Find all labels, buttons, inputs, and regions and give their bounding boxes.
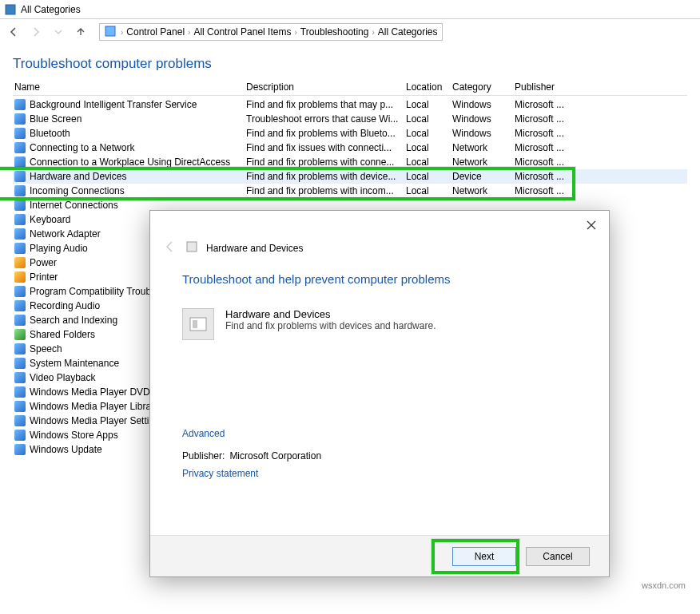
close-button[interactable] — [580, 217, 603, 233]
window-titlebar: All Categories — [0, 0, 700, 19]
troubleshooter-item-icon — [14, 185, 26, 196]
item-desc: Troubleshoot errors that cause Wi... — [245, 113, 404, 125]
item-name: Windows Store Apps — [30, 430, 118, 441]
dialog-heading: Troubleshoot and help prevent computer p… — [182, 272, 577, 286]
item-pub: Microsoft ... — [513, 99, 575, 110]
item-name: Connecting to a Network — [30, 142, 134, 153]
dialog-header-title: Hardware and Devices — [206, 243, 303, 254]
item-pub: Microsoft ... — [513, 142, 575, 153]
troubleshooter-item-icon — [14, 200, 26, 211]
col-loc[interactable]: Location — [404, 81, 451, 93]
col-name[interactable]: Name — [13, 81, 245, 93]
troubleshooter-item-icon — [14, 329, 26, 340]
troubleshooter-item-icon — [14, 243, 26, 254]
item-name: Blue Screen — [30, 113, 82, 125]
troubleshooter-item-icon — [14, 300, 26, 311]
svg-rect-0 — [6, 5, 15, 14]
list-item[interactable]: Background Intelligent Transfer ServiceF… — [13, 97, 687, 112]
troubleshooter-item-icon — [14, 286, 26, 297]
recent-locations-dropdown[interactable] — [51, 25, 66, 39]
forward-button[interactable] — [29, 25, 43, 39]
item-loc: Local — [404, 171, 451, 182]
window-title: All Categories — [21, 4, 81, 15]
troubleshooter-item-icon — [14, 128, 26, 139]
list-item[interactable]: BluetoothFind and fix problems with Blue… — [13, 126, 687, 141]
item-name: Search and Indexing — [30, 315, 117, 326]
troubleshooter-item-icon — [14, 415, 26, 426]
item-desc: Find and fix problems with Blueto... — [245, 128, 404, 139]
item-name: Power — [30, 257, 57, 268]
chevron-right-icon: › — [121, 28, 123, 37]
svg-rect-2 — [187, 242, 197, 252]
list-item[interactable]: Incoming ConnectionsFind and fix problem… — [13, 184, 687, 198]
column-headers[interactable]: Name Description Location Category Publi… — [13, 78, 687, 96]
troubleshooter-item-icon — [14, 113, 26, 125]
list-item[interactable]: Connection to a Workplace Using DirectAc… — [13, 155, 687, 169]
chevron-right-icon: › — [294, 28, 296, 37]
item-desc: Find and fix problems with incom... — [245, 185, 404, 196]
col-cat[interactable]: Category — [451, 81, 513, 93]
chevron-right-icon: › — [372, 28, 374, 37]
troubleshooter-item-icon — [14, 444, 26, 455]
chevron-right-icon: › — [188, 28, 190, 37]
cancel-button[interactable]: Cancel — [526, 547, 590, 566]
dialog-header-icon — [185, 240, 198, 256]
col-pub[interactable]: Publisher — [513, 81, 575, 93]
attribution: wsxdn.com — [642, 580, 686, 590]
item-cat: Device — [451, 171, 513, 182]
troubleshooter-item-icon — [14, 99, 26, 110]
list-item[interactable]: Connecting to a NetworkFind and fix issu… — [13, 141, 687, 155]
troubleshooter-item-icon — [14, 228, 26, 240]
troubleshooter-item-icon — [14, 358, 26, 369]
item-name: Video Playback — [30, 372, 96, 383]
troubleshooter-icon — [182, 308, 214, 340]
item-loc: Local — [404, 185, 451, 196]
troubleshooter-item-icon — [14, 271, 26, 283]
breadcrumb-item[interactable]: All Control Panel Items — [193, 26, 291, 38]
troubleshooter-item-icon — [14, 315, 26, 326]
item-loc: Local — [404, 142, 451, 153]
item-name: Printer — [30, 271, 58, 283]
svg-rect-4 — [193, 320, 197, 328]
item-name: Connection to a Workplace Using DirectAc… — [30, 156, 230, 168]
item-cat: Windows — [451, 113, 513, 125]
troubleshooter-title: Hardware and Devices — [225, 308, 436, 320]
svg-rect-1 — [105, 26, 115, 36]
item-desc: Find and fix problems with conne... — [245, 156, 404, 168]
item-cat: Network — [451, 185, 513, 196]
back-button[interactable] — [6, 25, 21, 39]
breadcrumb-item[interactable]: Control Panel — [126, 26, 185, 38]
troubleshooter-item-icon — [14, 214, 26, 225]
breadcrumbs: › Control Panel › All Control Panel Item… — [121, 26, 437, 38]
item-name: Background Intelligent Transfer Service — [30, 99, 197, 110]
item-name: Keyboard — [30, 214, 70, 225]
item-name: System Maintenance — [30, 358, 119, 369]
breadcrumb-item[interactable]: All Categories — [378, 26, 438, 38]
page-heading: Troubleshoot computer problems — [0, 45, 700, 78]
publisher-value: Microsoft Corporation — [229, 450, 321, 461]
item-pub: Microsoft ... — [513, 113, 575, 125]
item-name: Bluetooth — [30, 128, 70, 139]
list-item[interactable]: Hardware and DevicesFind and fix problem… — [13, 169, 687, 184]
address-bar[interactable]: › Control Panel › All Control Panel Item… — [99, 23, 443, 41]
list-item[interactable]: Blue ScreenTroubleshoot errors that caus… — [13, 112, 687, 126]
item-name: Windows Media Player Setting... — [30, 415, 168, 426]
item-pub: Microsoft ... — [513, 156, 575, 168]
col-desc[interactable]: Description — [245, 81, 404, 93]
breadcrumb-item[interactable]: Troubleshooting — [300, 26, 369, 38]
advanced-link[interactable]: Advanced — [182, 428, 577, 439]
item-cat: Windows — [451, 128, 513, 139]
troubleshooter-item-icon — [14, 401, 26, 412]
up-button[interactable] — [74, 25, 88, 39]
item-name: Internet Connections — [30, 200, 118, 211]
item-cat: Windows — [451, 99, 513, 110]
item-loc: Local — [404, 99, 451, 110]
troubleshooter-item-icon — [14, 386, 26, 398]
item-name: Recording Audio — [30, 300, 100, 311]
item-pub: Microsoft ... — [513, 185, 575, 196]
next-button[interactable]: Next — [452, 547, 516, 566]
troubleshooter-item-icon — [14, 343, 26, 355]
privacy-link[interactable]: Privacy statement — [182, 468, 577, 479]
publisher-label: Publisher: — [182, 450, 225, 461]
item-name: Incoming Connections — [30, 185, 125, 196]
